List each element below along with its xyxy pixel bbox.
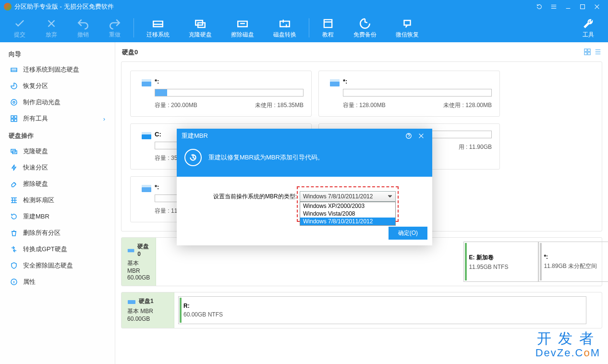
sidebar-item[interactable]: 转换成GPT硬盘 (3, 241, 112, 257)
toolbar-cancel[interactable]: 放弃 (36, 15, 67, 41)
diskcopy-icon (10, 147, 18, 156)
sidebar-item[interactable]: 制作启动光盘 (3, 94, 112, 110)
shield-icon (10, 261, 18, 270)
help-icon[interactable] (402, 129, 415, 143)
toolbar-diskerase[interactable]: 擦除磁盘 (221, 15, 264, 41)
svg-rect-11 (142, 187, 151, 192)
svg-rect-2 (588, 49, 590, 51)
grid-icon (10, 114, 18, 123)
sidebar-item[interactable]: 快速分区 (3, 159, 112, 176)
svg-rect-5 (142, 82, 151, 86)
view-toggle-icon[interactable] (584, 49, 601, 57)
disk-partition[interactable]: E: 新加卷11.95GB NTFS (463, 242, 538, 282)
disk-icon (10, 65, 18, 74)
svg-rect-10 (142, 132, 151, 134)
svg-rect-8 (330, 79, 340, 82)
mbr-type-label: 设置当前操作系统的MBR的类型: (213, 193, 297, 201)
rebuild-mbr-dialog: 重建MBR 重建以修复MBR或为MBR添加引导代码。 设置当前操作系统的MBR的… (177, 129, 432, 245)
dropdown-option[interactable]: Windows Vista/2008 (300, 210, 395, 218)
dropdown-option[interactable]: Windows 7/8/10/2011/2012 (300, 218, 395, 225)
sidebar-item[interactable]: 属性 (3, 274, 112, 290)
sidebar-item[interactable]: 删除所有分区 (3, 225, 112, 241)
toolbar-undo[interactable]: 撤销 (67, 15, 99, 41)
svg-rect-0 (581, 5, 585, 9)
sidebar-item[interactable]: 迁移系统到固态硬盘 (3, 61, 112, 78)
menu-icon[interactable] (547, 0, 561, 13)
toolbar-check[interactable]: 提交 (4, 15, 36, 41)
svg-rect-13 (128, 249, 134, 252)
mbr-type-select[interactable]: Windows 7/8/10/2011/2012 (300, 191, 396, 202)
refresh-icon[interactable] (532, 0, 547, 13)
svg-rect-12 (142, 185, 151, 187)
dialog-banner-text: 重建以修复MBR或为MBR添加引导代码。 (208, 153, 324, 162)
sidebar-item[interactable]: 检测坏扇区 (3, 192, 112, 208)
drive-icon (138, 132, 155, 162)
toolbar-redo[interactable]: 重做 (99, 15, 131, 41)
watermark: 开发者 DevZe.CoM (535, 329, 600, 359)
drive-icon (327, 79, 343, 109)
toolbar-disk[interactable]: 迁移系统 (137, 15, 179, 41)
tools-button[interactable]: 工具 (572, 15, 604, 41)
dialog-close-icon[interactable] (415, 129, 427, 143)
svg-rect-4 (588, 52, 590, 54)
app-logo-icon (4, 3, 12, 11)
sidebar-item[interactable]: 恢复分区 (3, 78, 112, 94)
drive-icon (138, 79, 155, 109)
dialog-title: 重建MBR (182, 132, 208, 140)
partition-card[interactable]: *: 容量 : 200.00MB未使用 : 185.35MB (130, 71, 312, 117)
disk-label[interactable]: 硬盘1 基本 MBR60.00GB (122, 292, 174, 328)
diskops-title: 硬盘操作 (3, 127, 112, 143)
sidebar-item[interactable]: 重建MBR (3, 208, 112, 225)
dropdown-option[interactable]: Windows XP/2000/2003 (300, 202, 395, 210)
disk-header: 硬盘0 (122, 48, 138, 57)
disk-label[interactable]: 硬盘0 基本 MBR60.00GB (122, 238, 156, 286)
svg-rect-6 (142, 79, 151, 82)
sidebar-item[interactable]: 所有工具 › (3, 110, 112, 127)
close-icon[interactable] (590, 0, 604, 13)
convert-icon (10, 245, 18, 254)
toolbar-wechat[interactable]: 微信恢复 (386, 15, 428, 41)
toolbar-diskconv[interactable]: 磁盘转换 (264, 15, 306, 41)
trash-icon (10, 229, 18, 237)
pie-icon (10, 82, 18, 90)
svg-rect-1 (584, 49, 587, 51)
sidebar: 向导 迁移系统到固态硬盘 恢复分区 制作启动光盘 所有工具 › 硬盘操作 克隆硬… (0, 42, 115, 364)
sidebar-item[interactable]: 克隆硬盘 (3, 143, 112, 159)
chevron-right-icon: › (103, 115, 105, 122)
app-title: 分区助手专业版 - 无损分区免费软件 (14, 2, 114, 11)
sidebar-item[interactable]: 擦除硬盘 (3, 176, 112, 192)
erase-icon (10, 180, 18, 188)
svg-rect-3 (584, 52, 587, 54)
toolbar-book[interactable]: 教程 (312, 15, 344, 41)
partition-card[interactable]: *: 容量 : 128.00MB未使用 : 128.00MB (318, 71, 500, 117)
svg-rect-7 (330, 82, 340, 86)
svg-rect-9 (142, 134, 151, 139)
ok-button[interactable]: 确定(O) (389, 227, 427, 240)
disk-partition[interactable]: *:11.89GB 未分配空间 (538, 242, 608, 282)
sidebar-item[interactable]: 安全擦除固态硬盘 (3, 257, 112, 274)
mbr-type-dropdown[interactable]: Windows XP/2000/2003Windows Vista/2008Wi… (300, 202, 396, 226)
maximize-icon[interactable] (575, 0, 590, 13)
bolt-icon (10, 163, 18, 172)
info-icon (10, 278, 18, 286)
toolbar-backup[interactable]: 免费备份 (344, 15, 386, 41)
minimize-icon[interactable] (561, 0, 575, 13)
rebuild-icon (184, 149, 202, 166)
main-toolbar: 提交放弃撤销重做迁移系统克隆硬盘擦除磁盘磁盘转换教程免费备份微信恢复工具 (0, 13, 608, 42)
grid3-icon (10, 196, 18, 205)
toolbar-diskcopy[interactable]: 克隆硬盘 (179, 15, 221, 41)
cd-icon (10, 98, 18, 107)
disk-partition[interactable]: R:60.00GB NTFS (178, 296, 586, 324)
wizard-title: 向导 (3, 45, 112, 61)
titlebar: 分区助手专业版 - 无损分区免费软件 (0, 0, 608, 13)
drive-icon (138, 184, 155, 215)
disk-row: 硬盘1 基本 MBR60.00GB R:60.00GB NTFS (121, 292, 602, 328)
svg-rect-14 (128, 300, 135, 304)
refresh-icon (10, 212, 18, 221)
